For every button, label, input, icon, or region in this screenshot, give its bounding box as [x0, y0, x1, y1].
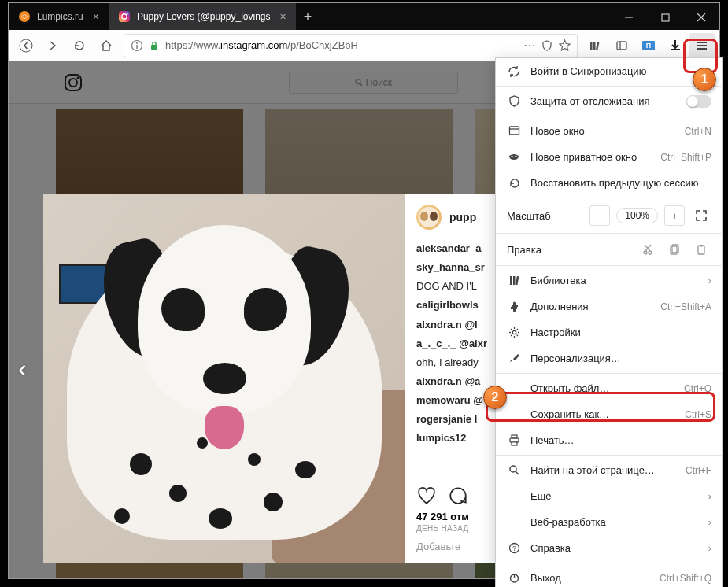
- search-icon: [507, 463, 521, 478]
- svg-point-8: [20, 39, 32, 52]
- username[interactable]: pupp: [449, 211, 476, 223]
- menu-find[interactable]: Найти на этой странице… Ctrl+F: [496, 457, 722, 483]
- timestamp: ДЕНЬ НАЗАД: [416, 524, 496, 533]
- window-close-button[interactable]: [683, 5, 719, 30]
- menu-save-as[interactable]: Сохранить как… Ctrl+S: [496, 401, 722, 427]
- callout-1-badge: 1: [693, 68, 716, 91]
- ext-savefrom-icon[interactable]: [663, 33, 688, 58]
- svg-rect-41: [698, 246, 704, 254]
- svg-point-36: [649, 251, 652, 254]
- url-text: https://www.instagram.com/p/BoChxjZBbH: [165, 39, 519, 51]
- zoom-in-button[interactable]: +: [664, 205, 685, 226]
- menu-sync[interactable]: Войти в Синхронизацию: [496, 58, 722, 84]
- cut-button[interactable]: [637, 239, 658, 260]
- tabs: Lumpics.ru × Puppy Lovers (@puppy_loving…: [9, 3, 611, 30]
- comment[interactable]: lumpics12: [416, 430, 496, 446]
- comment[interactable]: alxndra.n @a: [416, 374, 496, 389]
- comment-icon[interactable]: [448, 485, 468, 506]
- maximize-button[interactable]: [647, 5, 683, 30]
- svg-point-50: [510, 466, 516, 472]
- avatar[interactable]: [416, 205, 442, 230]
- tab-lumpics[interactable]: Lumpics.ru ×: [9, 3, 109, 30]
- comment[interactable]: ohh, I already: [416, 355, 496, 371]
- power-icon: [507, 571, 521, 585]
- sidebar-button[interactable]: [609, 33, 634, 58]
- copy-button[interactable]: [664, 239, 685, 260]
- paste-button[interactable]: [691, 239, 711, 260]
- menu-new-private[interactable]: Новое приватное окно Ctrl+Shift+P: [496, 144, 722, 170]
- menu-exit[interactable]: Выход Ctrl+Shift+Q: [496, 565, 722, 587]
- restore-icon: [507, 176, 521, 190]
- svg-line-38: [645, 245, 650, 251]
- post-image: [43, 194, 405, 563]
- shield-icon: [507, 94, 521, 109]
- back-button[interactable]: [13, 33, 39, 58]
- minimize-button[interactable]: [611, 5, 647, 30]
- mask-icon: [507, 150, 521, 164]
- comment[interactable]: alxndra.n @l: [416, 317, 496, 333]
- svg-rect-16: [617, 42, 626, 50]
- menu-open-file[interactable]: Открыть файл… Ctrl+O: [496, 375, 722, 401]
- menu-settings[interactable]: Настройки: [496, 319, 722, 345]
- tab-title: Puppy Lovers (@puppy_lovings: [137, 11, 271, 22]
- callout-2-badge: 2: [483, 386, 507, 409]
- close-icon[interactable]: ×: [93, 10, 99, 23]
- svg-rect-43: [510, 276, 512, 285]
- menu-library[interactable]: Библиотека ›: [496, 268, 722, 294]
- likes-count[interactable]: 47 291 отм: [416, 511, 496, 522]
- home-button[interactable]: [94, 33, 119, 58]
- comment[interactable]: DOG AND I'L: [416, 279, 496, 294]
- menu-new-window[interactable]: Новое окно Ctrl+N: [496, 118, 722, 144]
- page-action-icon[interactable]: ⋯: [523, 39, 536, 52]
- svg-point-10: [136, 42, 138, 44]
- ext-translate-icon[interactable]: П: [636, 33, 661, 58]
- prev-arrow-button[interactable]: ‹: [18, 354, 27, 383]
- chevron-right-icon: ›: [708, 516, 711, 528]
- info-icon[interactable]: [131, 39, 143, 52]
- shield-icon[interactable]: [541, 39, 553, 52]
- window-controls: [611, 5, 719, 30]
- menu-addons[interactable]: Дополнения Ctrl+Shift+A: [496, 294, 722, 319]
- comment[interactable]: a_._c_._ @alxr: [416, 336, 496, 352]
- svg-line-37: [645, 245, 651, 251]
- chevron-right-icon: ›: [708, 275, 711, 286]
- svg-text:П: П: [646, 42, 651, 50]
- svg-point-34: [515, 155, 516, 157]
- library-button[interactable]: [582, 33, 608, 58]
- tab-instagram[interactable]: Puppy Lovers (@puppy_lovings ×: [109, 3, 296, 30]
- like-icon[interactable]: [416, 485, 437, 506]
- print-icon: [507, 434, 521, 448]
- close-icon[interactable]: ×: [280, 10, 286, 23]
- bookmark-icon[interactable]: [558, 39, 571, 52]
- comment[interactable]: rogersjanie l: [416, 412, 496, 427]
- svg-rect-5: [662, 14, 669, 21]
- hamburger-menu-button[interactable]: [689, 33, 715, 58]
- new-tab-button[interactable]: +: [296, 3, 320, 30]
- menu-tracking[interactable]: Защита от отслеживания: [496, 88, 722, 114]
- add-comment-input[interactable]: Добавьте: [416, 541, 496, 552]
- library-icon: [507, 274, 521, 288]
- menu-print[interactable]: Печать…: [496, 427, 722, 453]
- menu-restore-session[interactable]: Восстановить предыдущую сессию: [496, 170, 722, 196]
- comments-list: aleksandar_a sky_hanna_sr DOG AND I'L ca…: [416, 241, 496, 478]
- post-author[interactable]: pupp: [416, 205, 496, 230]
- comment[interactable]: aleksandar_a: [416, 241, 496, 257]
- svg-rect-31: [509, 127, 519, 135]
- post-modal: pupp aleksandar_a sky_hanna_sr DOG AND I…: [43, 194, 496, 563]
- forward-button[interactable]: [40, 33, 65, 58]
- menu-more[interactable]: Ещё ›: [496, 483, 722, 509]
- url-bar[interactable]: https://www.instagram.com/p/BoChxjZBbH ⋯: [124, 34, 578, 57]
- comment[interactable]: sky_hanna_sr: [416, 260, 496, 275]
- comment[interactable]: caligirlbowls: [416, 297, 496, 313]
- menu-webdev[interactable]: Веб-разработка ›: [496, 509, 722, 535]
- zoom-out-button[interactable]: −: [589, 205, 610, 226]
- zoom-level[interactable]: 100%: [616, 208, 658, 223]
- svg-point-3: [127, 13, 128, 14]
- fullscreen-button[interactable]: [691, 205, 711, 226]
- svg-rect-14: [593, 42, 596, 50]
- reload-button[interactable]: [67, 33, 92, 58]
- menu-help[interactable]: ? Справка ›: [496, 535, 722, 561]
- tracking-toggle[interactable]: [686, 95, 711, 108]
- favicon-lumpics: [18, 10, 31, 23]
- menu-customize[interactable]: Персонализация…: [496, 345, 722, 371]
